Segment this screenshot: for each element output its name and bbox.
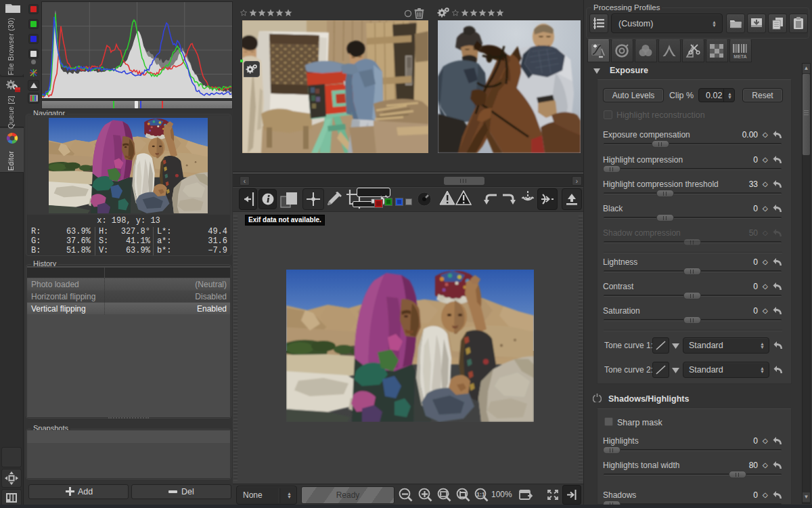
- svg-text:1:1: 1:1: [476, 491, 485, 498]
- svg-text:META: META: [734, 54, 746, 59]
